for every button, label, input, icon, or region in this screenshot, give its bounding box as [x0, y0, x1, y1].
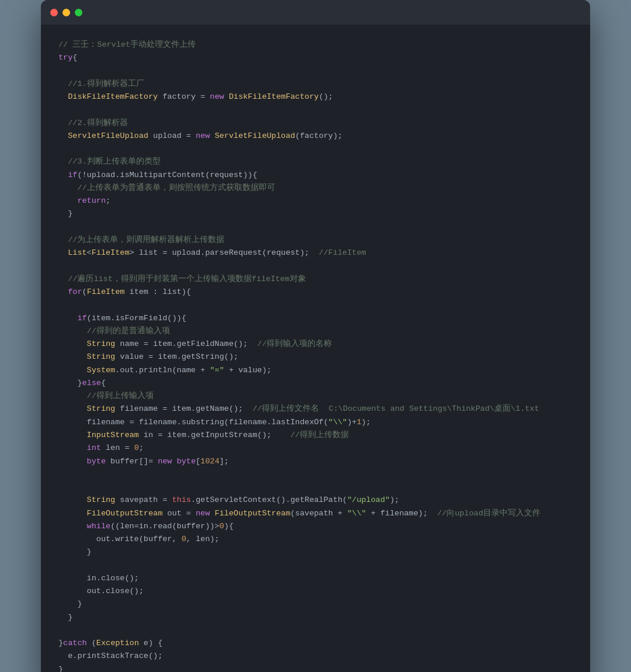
code-line: } [58, 207, 573, 220]
blank-line [58, 559, 573, 572]
code-line: System.out.println(name + "=" + value); [58, 364, 573, 377]
code-line: //3.判断上传表单的类型 [58, 155, 573, 168]
code-line: } [58, 611, 573, 624]
code-line: DiskFileItemFactory factory = new DiskFi… [58, 91, 573, 103]
code-line: }else{ [58, 377, 573, 390]
blank-line [58, 468, 573, 481]
code-line: // 三壬：Servlet手动处理文件上传 [58, 39, 573, 51]
code-line: in.close(); [58, 572, 573, 585]
code-line: try{ [58, 51, 573, 64]
code-line: } [58, 663, 573, 672]
minimize-icon[interactable] [63, 9, 70, 16]
code-line: FileOutputStream out = new FileOutputStr… [58, 507, 573, 520]
blank-line [58, 260, 573, 273]
code-line: e.printStackTrace(); [58, 650, 573, 663]
code-line: String savepath = this.getServletContext… [58, 494, 573, 507]
code-line: //得到的是普通输入项 [58, 325, 573, 338]
code-line: for(FileItem item : list){ [58, 286, 573, 299]
code-line: int len = 0; [58, 442, 573, 455]
code-line: //1.得到解析器工厂 [58, 78, 573, 91]
code-line: out.write(buffer, 0, len); [58, 533, 573, 546]
code-line: } [58, 598, 573, 611]
code-line: //2.得到解析器 [58, 117, 573, 130]
code-line: } [58, 546, 573, 559]
code-line: List<FileItem> list = upload.parseReques… [58, 247, 573, 259]
blank-line [58, 65, 573, 78]
code-editor: // 三壬：Servlet手动处理文件上传 try{ //1.得到解析器工厂 D… [41, 25, 590, 672]
code-line: return; [58, 195, 573, 207]
titlebar [41, 0, 590, 25]
code-line: while((len=in.read(buffer))>0){ [58, 520, 573, 533]
blank-line [58, 481, 573, 494]
code-line: byte buffer[]= new byte[1024]; [58, 455, 573, 468]
code-line: InputStream in = item.getInputStream(); … [58, 429, 573, 442]
code-window: // 三壬：Servlet手动处理文件上传 try{ //1.得到解析器工厂 D… [41, 0, 590, 672]
code-line: filename = filename.substring(filename.l… [58, 416, 573, 429]
close-icon[interactable] [50, 9, 58, 16]
code-line: }catch (Exception e) { [58, 637, 573, 650]
blank-line [58, 143, 573, 155]
blank-line [58, 103, 573, 116]
code-line: //上传表单为普通表单，则按照传统方式获取数据即可 [58, 182, 573, 195]
code-line: if(item.isFormField()){ [58, 312, 573, 325]
blank-line [58, 221, 573, 234]
code-line: String filename = item.getName(); //得到上传… [58, 403, 573, 415]
code-line: //得到上传输入项 [58, 390, 573, 403]
code-line: //为上传表单，则调用解析器解析上传数据 [58, 234, 573, 247]
code-line: if(!upload.isMultipartContent(request)){ [58, 169, 573, 182]
blank-line [58, 624, 573, 637]
blank-line [58, 299, 573, 311]
maximize-icon[interactable] [75, 9, 82, 16]
code-line: out.close(); [58, 585, 573, 598]
code-line: ServletFileUpload upload = new ServletFi… [58, 130, 573, 143]
code-line: String name = item.getFieldName(); //得到输… [58, 338, 573, 351]
code-line: String value = item.getString(); [58, 351, 573, 363]
code-line: //遍历list，得到用于封装第一个上传输入项数据fileItem对象 [58, 273, 573, 286]
